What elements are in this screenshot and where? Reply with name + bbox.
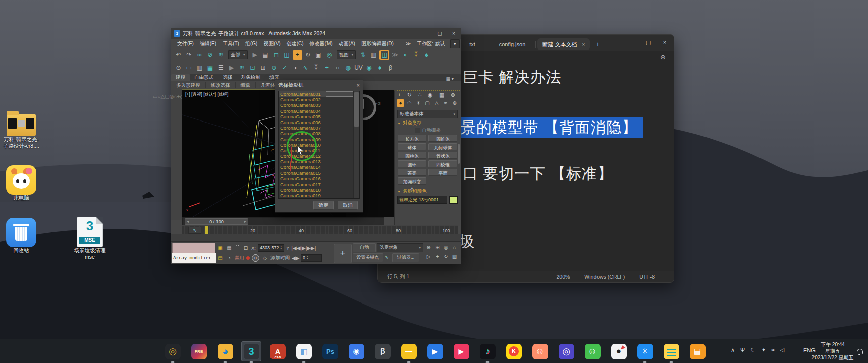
- primitive-button[interactable]: 茶壶: [398, 169, 426, 176]
- menu-item[interactable]: 修改器(M): [307, 41, 336, 46]
- camera-list-item[interactable]: CoronaCamera008: [279, 131, 354, 136]
- playback-button[interactable]: |▶: [306, 245, 311, 251]
- toolbar-icon[interactable]: ⊙: [174, 63, 183, 73]
- isolate-selection-icon[interactable]: ▣: [216, 245, 224, 251]
- toolbar-icon[interactable]: ⊡: [248, 63, 257, 73]
- left-strip-icon[interactable]: ▭: [153, 94, 157, 99]
- workspace-selector[interactable]: 工作区: 默认: [414, 40, 448, 47]
- toolbar-icon[interactable]: ⊞: [258, 63, 268, 73]
- minimize-button[interactable]: –: [418, 28, 432, 39]
- primitive-button[interactable]: 管状体: [428, 152, 457, 159]
- listener-pane[interactable]: Array modifier: [172, 253, 216, 263]
- scrollbar-thumb[interactable]: [354, 92, 359, 127]
- camera-list-item[interactable]: CoronaCamera003: [279, 102, 354, 108]
- toolbar-icon[interactable]: ▣: [314, 50, 323, 60]
- tab-new-text-document[interactable]: 新建 文本文档×: [537, 38, 590, 50]
- view-dropdown[interactable]: 视图▾: [337, 50, 356, 59]
- menu-overflow-icon[interactable]: ≫: [403, 41, 414, 46]
- taskbar-quark-browser[interactable]: ◎: [556, 341, 576, 361]
- camera-list-item[interactable]: CoronaCamera016: [279, 176, 354, 182]
- primitive-button[interactable]: 四棱锥: [428, 160, 457, 167]
- ribbon-tab[interactable]: 对象绘制: [237, 74, 265, 81]
- primitive-button[interactable]: 圆锥体: [428, 135, 457, 142]
- track-bar[interactable]: [171, 234, 461, 242]
- toolbar-icon[interactable]: ◐: [401, 50, 410, 60]
- taskbar-autocad[interactable]: A CAD: [267, 341, 288, 361]
- grid-toggle-icon[interactable]: ▤: [216, 255, 224, 261]
- time-slider-track[interactable]: ◂ 0 / 100 ▸: [182, 217, 384, 226]
- ok-button[interactable]: 确定: [313, 201, 334, 210]
- object-category-icon[interactable]: ≈: [442, 99, 449, 107]
- object-category-icon[interactable]: ◠: [406, 99, 413, 107]
- viewport-nav-icon[interactable]: ◎: [442, 243, 450, 252]
- encoding[interactable]: UTF-8: [639, 274, 655, 280]
- primitive-button[interactable]: 长方体: [398, 135, 426, 142]
- toolbar-icon[interactable]: ♦: [375, 63, 385, 73]
- menu-item[interactable]: 视图(V): [260, 41, 283, 46]
- toolbar-icon[interactable]: ▶: [227, 63, 236, 73]
- time-tag-icon[interactable]: ◇: [261, 255, 268, 261]
- taskbar-baby-face-app[interactable]: ☺: [530, 341, 550, 361]
- title-bar[interactable]: 3 万科-翡翠之光-子路设计-cr8.0.max - Autodesk 3ds …: [171, 28, 461, 39]
- taskbar-photoshop[interactable]: Ps: [320, 341, 340, 361]
- toolbar-overflow-icon[interactable]: ≫: [390, 50, 400, 60]
- primitive-button[interactable]: 加强型文本: [398, 177, 426, 185]
- toolbar-icon[interactable]: ◉: [364, 63, 374, 73]
- camera-list-item[interactable]: CoronaCamera001: [279, 91, 354, 97]
- primitive-button[interactable]: 球体: [398, 143, 426, 150]
- dialog-title-bar[interactable]: 选择摄影机 ×: [275, 80, 363, 90]
- close-button[interactable]: ×: [657, 35, 673, 50]
- toolbar-icon[interactable]: +: [293, 50, 302, 60]
- command-panel-tab[interactable]: ↻: [407, 92, 412, 98]
- auto-key-button[interactable]: 自动: [353, 243, 376, 252]
- toolbar-icon[interactable]: ◎: [324, 50, 334, 60]
- time-config-icon[interactable]: ◔: [226, 255, 233, 261]
- desktop-icon-mse-script[interactable]: 3 MSE 场景垃圾清理 mse: [69, 217, 111, 260]
- command-panel-tab[interactable]: ◉: [428, 92, 433, 98]
- list-scrollbar[interactable]: [353, 91, 359, 198]
- set-key-button[interactable]: +: [334, 244, 352, 263]
- display-mode-icon[interactable]: ▦: [226, 245, 233, 251]
- toolbar-icon[interactable]: ▭: [184, 63, 194, 73]
- settings-gear-icon[interactable]: ⊛: [660, 53, 666, 61]
- toolbar-icon[interactable]: ◍: [343, 63, 353, 73]
- playback-button[interactable]: ▶|: [311, 245, 316, 251]
- ribbon-panel-label[interactable]: 编辑: [236, 82, 256, 88]
- toolbar-icon[interactable]: ✓: [280, 63, 289, 73]
- command-panel-tab[interactable]: ▦: [439, 92, 444, 98]
- timeline-ruler[interactable]: ∿ 20406080100: [182, 225, 458, 234]
- taskbar-beta-app[interactable]: β: [372, 341, 393, 361]
- toolbar-icon[interactable]: ⊘: [205, 50, 215, 60]
- zoom-level[interactable]: 200%: [556, 274, 570, 280]
- toolbar-icon[interactable]: ◑: [290, 63, 300, 73]
- playback-button[interactable]: ▶: [302, 245, 306, 251]
- desktop-icon-recycle-bin[interactable]: 回收站: [0, 218, 42, 254]
- playback-button[interactable]: ◀|: [297, 245, 302, 251]
- taskbar-notes-app[interactable]: ≡: [661, 341, 681, 361]
- macro-recorder-pane[interactable]: [172, 243, 215, 254]
- dialog-close-icon[interactable]: ×: [357, 82, 360, 88]
- menu-item[interactable]: 创建(C): [284, 41, 307, 46]
- toolbar-icon[interactable]: ⇅: [358, 50, 368, 60]
- taskbar-douyin[interactable]: ♪: [477, 341, 498, 361]
- ribbon-panel-label[interactable]: 多边形建模: [171, 82, 206, 88]
- maximize-button[interactable]: ▢: [432, 28, 447, 39]
- absolute-offset-icon[interactable]: ⊡: [242, 245, 249, 251]
- panel-scrollbar[interactable]: [458, 144, 460, 164]
- camera-list-item[interactable]: CoronaCamera002: [279, 97, 354, 102]
- object-category-icon[interactable]: △: [432, 99, 440, 107]
- taskbar-premiere-pre[interactable]: PRE: [189, 341, 209, 361]
- camera-list-item[interactable]: CoronaCamera018: [279, 187, 354, 193]
- command-panel-tab[interactable]: +: [398, 92, 401, 98]
- toolbar-icon[interactable]: ▥: [369, 50, 378, 60]
- time-slider-thumb[interactable]: ◂ 0 / 100 ▸: [185, 218, 248, 225]
- autogrid-checkbox[interactable]: 自动栅格: [395, 127, 460, 134]
- playback-button[interactable]: |◀: [291, 245, 296, 251]
- taskbar-docs-yellow[interactable]: —: [399, 341, 419, 361]
- object-category-icon[interactable]: ☀: [415, 99, 422, 107]
- left-strip-icon[interactable]: ▢: [165, 94, 169, 99]
- taskbar-orange-app[interactable]: ▤: [687, 341, 708, 361]
- key-filter-dropdown[interactable]: 选定对象▾: [377, 243, 423, 252]
- taskbar-meeting-camera[interactable]: ◉: [346, 341, 366, 361]
- tray-moon-icon[interactable]: ☾: [750, 347, 755, 353]
